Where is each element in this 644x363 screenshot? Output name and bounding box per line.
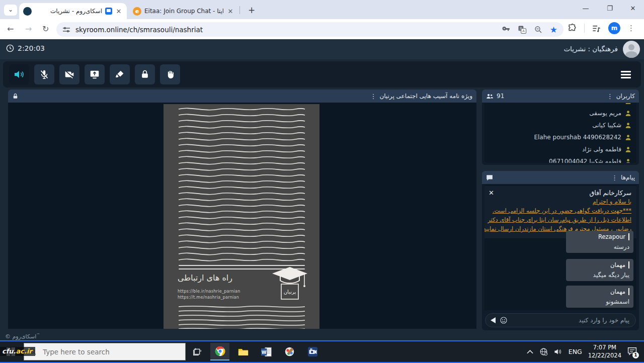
browser-tab-strip: ⌄ اسکای‌روم - نشریات ✕ e Eitaa: Join Gro… bbox=[0, 0, 644, 19]
tray-expand-chevron-icon[interactable] bbox=[527, 349, 533, 354]
pinned-line[interactable]: ***جهت دریافت گواهی حضور در این جلسه الز… bbox=[490, 207, 631, 214]
tab-close-icon[interactable]: ✕ bbox=[226, 8, 234, 15]
send-icon[interactable] bbox=[491, 317, 496, 323]
timer-value: 2:20:03 bbox=[18, 44, 45, 52]
user-name: فاطمه ولی نژاد bbox=[582, 146, 621, 153]
pinned-author: سرکارخانم آفاق bbox=[490, 189, 631, 197]
url-text[interactable]: skyroom.online/ch/smrasouli/nashriat bbox=[75, 26, 495, 34]
back-icon[interactable]: ← bbox=[7, 24, 14, 34]
chrome-icon bbox=[215, 346, 225, 356]
logo-text: پرنیان bbox=[284, 289, 296, 295]
chat-message: Rezapour درسته bbox=[566, 231, 633, 253]
word-button[interactable]: W bbox=[257, 343, 276, 360]
wave-pattern-bottom bbox=[164, 304, 319, 329]
lock-room-button[interactable] bbox=[135, 64, 155, 84]
taskbar-search[interactable] bbox=[24, 343, 186, 360]
tab-divider bbox=[239, 6, 240, 14]
window-minimize-button[interactable]: — bbox=[576, 0, 596, 17]
forward-icon[interactable]: → bbox=[25, 24, 32, 34]
user-row-clipped[interactable] bbox=[485, 103, 636, 107]
language-indicator[interactable]: ENG bbox=[569, 348, 582, 355]
volume-icon[interactable] bbox=[554, 348, 562, 355]
messages-menu-icon[interactable]: ⋮ bbox=[611, 174, 618, 182]
raise-hand-button[interactable] bbox=[160, 64, 180, 84]
users-menu-icon[interactable]: ⋮ bbox=[607, 93, 613, 100]
chat-input[interactable] bbox=[508, 316, 630, 324]
browser-actions: m ⋮ bbox=[568, 22, 635, 34]
toolbar-divider bbox=[584, 24, 585, 33]
users-count: 91 bbox=[497, 93, 504, 100]
users-group-icon bbox=[486, 93, 494, 100]
bookmark-star-icon[interactable]: ★ bbox=[550, 25, 557, 35]
presentation-viewport[interactable]: راه های ارتباطی https://ble.ir/nashrie_p… bbox=[8, 103, 476, 329]
user-row[interactable]: فاطمه شکیبا 0671004042 bbox=[485, 155, 636, 163]
emoji-icon[interactable] bbox=[500, 316, 508, 324]
browser-menu-icon[interactable]: ⋮ bbox=[627, 24, 635, 33]
refresh-icon[interactable]: ↻ bbox=[42, 24, 49, 34]
webcam-button[interactable] bbox=[59, 64, 79, 84]
meeting-header: 2:20:03 فرهنگیان : نشریات bbox=[0, 39, 644, 59]
user-row[interactable]: فاطمه ولی نژاد bbox=[485, 143, 636, 155]
address-bar[interactable]: skyroom.online/ch/smrasouli/nashriat 文A … bbox=[56, 22, 564, 37]
chat-message: مهمان یبار دیگه میگید bbox=[566, 259, 633, 281]
pinned-line[interactable]: با سلام و احترام bbox=[490, 198, 631, 205]
system-tray: ENG 7:07 PM 12/22/2024 1 bbox=[527, 341, 644, 362]
window-close-button[interactable]: ✕ bbox=[623, 0, 643, 17]
tab-search-chevron-icon[interactable]: ⌄ bbox=[4, 5, 17, 16]
action-center-button[interactable]: 1 bbox=[627, 347, 637, 357]
tab-skyroom[interactable]: اسکای‌روم - نشریات ✕ bbox=[19, 3, 127, 19]
user-icon bbox=[625, 158, 631, 163]
taskbar-search-input[interactable] bbox=[42, 347, 180, 356]
window-restore-button[interactable]: ❐ bbox=[600, 0, 620, 17]
user-row[interactable]: شکیبا کیانی bbox=[485, 119, 636, 131]
pinned-close-icon[interactable]: ✕ bbox=[489, 189, 494, 197]
screen-share-icon bbox=[89, 69, 100, 80]
paint-app-button[interactable] bbox=[280, 343, 299, 360]
chrome-taskbar-button[interactable] bbox=[210, 343, 229, 360]
svg-text:A: A bbox=[522, 29, 525, 33]
reading-list-icon[interactable] bbox=[592, 24, 601, 33]
presenter-avatar[interactable] bbox=[623, 41, 640, 58]
translate-icon[interactable]: 文A bbox=[518, 25, 527, 34]
tab-media-indicator-icon bbox=[105, 8, 112, 15]
pinned-line[interactable]: اطلاعات ذیل را از طریق پیام‌رسان ایتا بر… bbox=[490, 216, 631, 223]
screen: ⌄ اسکای‌روم - نشریات ✕ e Eitaa: Join Gro… bbox=[0, 0, 644, 363]
eitaa-favicon-icon: e bbox=[133, 7, 141, 16]
mic-off-icon bbox=[39, 69, 50, 80]
parnian-logo: پرنیان bbox=[270, 266, 309, 304]
screen-share-button[interactable] bbox=[85, 64, 105, 84]
tab-skyroom-title: اسکای‌روم - نشریات bbox=[35, 8, 102, 15]
word-icon: W bbox=[261, 347, 272, 357]
users-panel: 91 ⋮ کاربران مریم یوسفی شکیبا کیانی bbox=[482, 89, 639, 165]
users-header: 91 ⋮ کاربران bbox=[482, 89, 639, 103]
site-settings-icon[interactable] bbox=[62, 26, 70, 34]
chat-input-bar bbox=[485, 313, 636, 327]
new-tab-button[interactable]: + bbox=[246, 5, 258, 17]
profile-avatar[interactable]: m bbox=[608, 22, 620, 34]
file-explorer-button[interactable] bbox=[233, 343, 253, 360]
presentation-menu-icon[interactable]: ⋮ bbox=[370, 93, 376, 100]
camera-off-icon bbox=[64, 69, 75, 80]
taskbar-clock[interactable]: 7:07 PM 12/22/2024 bbox=[588, 344, 621, 359]
speaker-button[interactable] bbox=[9, 64, 29, 84]
camera-app-button[interactable] bbox=[303, 343, 322, 360]
user-row[interactable]: مریم یوسفی bbox=[485, 107, 636, 119]
task-view-icon bbox=[193, 347, 201, 356]
tab-eitaa[interactable]: e Eitaa: Join Group Chat - ایتا ✕ bbox=[129, 3, 238, 19]
extensions-icon[interactable] bbox=[568, 24, 577, 33]
user-icon bbox=[625, 146, 631, 153]
meeting-toolbar bbox=[3, 61, 641, 87]
user-row[interactable]: Elahe pourshab 4490628242 bbox=[485, 131, 636, 143]
paint-app-icon bbox=[284, 346, 295, 357]
task-view-button[interactable] bbox=[187, 343, 206, 360]
password-key-icon[interactable] bbox=[502, 25, 511, 34]
layout-menu-button[interactable] bbox=[616, 64, 636, 84]
users-list[interactable]: مریم یوسفی شکیبا کیانی Elahe pourshab 44… bbox=[485, 103, 636, 163]
user-name: فاطمه شکیبا 0671004042 bbox=[549, 158, 621, 163]
messages-list[interactable]: ✕ سرکارخانم آفاق با سلام و احترام ***جهت… bbox=[485, 185, 636, 310]
zoom-out-icon[interactable] bbox=[534, 25, 543, 34]
whiteboard-button[interactable] bbox=[110, 64, 130, 84]
tab-close-icon[interactable]: ✕ bbox=[115, 8, 123, 15]
network-globe-icon[interactable] bbox=[539, 347, 548, 356]
microphone-button[interactable] bbox=[34, 64, 54, 84]
